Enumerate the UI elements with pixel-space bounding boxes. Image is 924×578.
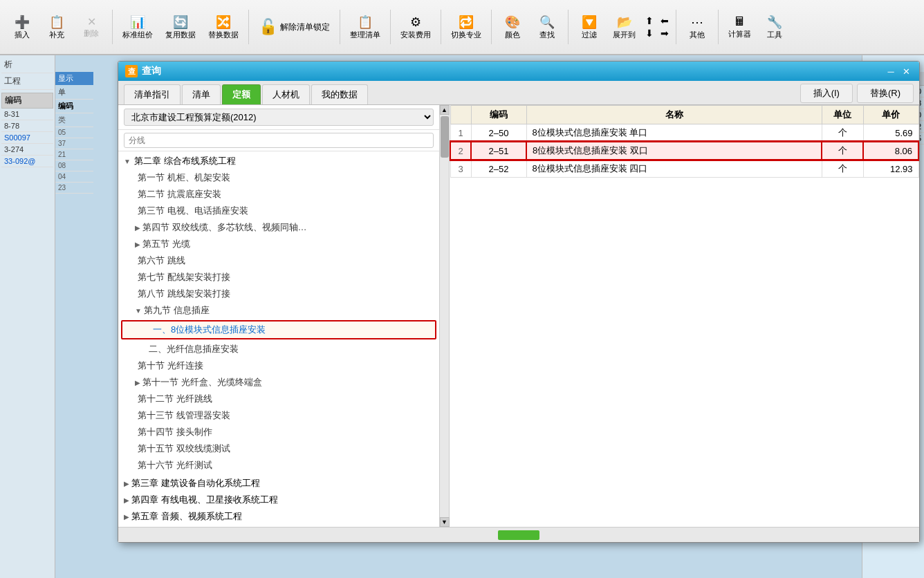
toolbar-btn-calculator[interactable]: 🖩 计算器 <box>723 12 757 42</box>
results-panel: 编码 名称 单位 单价 1 2–50 <box>450 105 919 527</box>
tree-item-s2[interactable]: 第二节 抗震底座安装 <box>118 186 439 203</box>
toolbar-btn-tools[interactable]: 🔧 工具 <box>758 12 791 43</box>
col-code: 编码 <box>471 106 526 124</box>
tree-item-s13[interactable]: 第十三节 线管理器安装 <box>118 407 439 424</box>
toolbar-btn-expand[interactable]: 📂 展开到 <box>607 12 641 43</box>
indicator-code-5: 08 <box>55 160 93 171</box>
tree-item-s1[interactable]: 第一节 机柜、机架安装 <box>118 169 439 186</box>
tab-list-guide[interactable]: 清单指引 <box>124 84 181 104</box>
reuse-icon: 🔄 <box>173 15 188 30</box>
filter-icon: 🔽 <box>582 15 597 30</box>
col-unit: 单位 <box>822 106 863 124</box>
dialog-close-btn[interactable]: ✕ <box>900 65 912 77</box>
tree-item-s16[interactable]: 第十六节 光纤测试 <box>118 457 439 474</box>
dialog-bottom-btn[interactable] <box>498 530 539 540</box>
row2-price: 8.06 <box>863 142 918 160</box>
quota-dropdown[interactable]: 北京市建设工程预算定额(2012) <box>124 109 434 126</box>
row2-unit: 个 <box>822 142 863 160</box>
toolbar-btn-unlock[interactable]: 🔓 解除清单锁定 <box>253 15 335 39</box>
tree-item-s10[interactable]: 第十节 光纤连接 <box>118 357 439 374</box>
btn-insert[interactable]: 插入(I) <box>800 84 853 103</box>
tree-item-s8[interactable]: 第八节 跳线架安装打接 <box>118 286 439 302</box>
tree-item-s7[interactable]: 第七节 配线架安装打接 <box>118 269 439 286</box>
result-row-1[interactable]: 1 2–50 8位模块式信息插座安装 单口 个 5.69 <box>450 124 918 142</box>
btn-replace[interactable]: 替换(R) <box>857 84 914 103</box>
tree-item-sub2[interactable]: 二、光纤信息插座安装 <box>118 341 439 357</box>
tree-item-s14[interactable]: 第十四节 接头制作 <box>118 424 439 440</box>
nav-up[interactable]: ⬆ <box>645 15 654 26</box>
tools-icon: 🔧 <box>767 15 782 30</box>
col-price: 单价 <box>863 106 918 124</box>
bg-header-code: 编码 <box>1 93 53 109</box>
tree-item-ch5[interactable]: ▶ 第五章 音频、视频系统工程 <box>118 508 439 525</box>
tree-item-s15[interactable]: 第十五节 双绞线缆测试 <box>118 440 439 457</box>
tree-item-s6[interactable]: 第六节 跳线 <box>118 252 439 269</box>
insert-icon: ➕ <box>15 15 30 30</box>
tree-item-s9[interactable]: ▼ 第九节 信息插座 <box>118 302 439 319</box>
dialog-bottom <box>118 527 919 542</box>
s7-label: 第七节 配线架安装打接 <box>138 272 230 282</box>
tree-item-s3[interactable]: 第三节 电视、电话插座安装 <box>118 203 439 219</box>
tree-item-ch4[interactable]: ▶ 第四章 有线电视、卫星接收系统工程 <box>118 492 439 508</box>
tree-item-s11[interactable]: ▶ 第十一节 光纤盒、光缆终端盒 <box>118 374 439 391</box>
ch3-label: 第三章 建筑设备自动化系统工程 <box>131 477 260 490</box>
nav-right[interactable]: ⬇ <box>645 28 654 39</box>
toolbar-btn-reuse[interactable]: 🔄 复用数据 <box>160 12 201 43</box>
toolbar-btn-filter[interactable]: 🔽 过滤 <box>573 12 606 43</box>
tab-list[interactable]: 清单 <box>182 84 221 104</box>
tree-item-ch3[interactable]: ▶ 第三章 建筑设备自动化系统工程 <box>118 475 439 492</box>
toolbar-btn-organize[interactable]: 📋 整理清单 <box>344 12 386 43</box>
toolbar-btn-switch[interactable]: 🔁 切换专业 <box>445 12 487 43</box>
nav-down[interactable]: ➡ <box>660 28 669 39</box>
tab-materials[interactable]: 人材机 <box>262 84 310 104</box>
toolbar-btn-insert[interactable]: ➕ 插入 <box>6 12 39 43</box>
tree-content: ▼ 第二章 综合布线系统工程 第一节 机柜、机架安装 第二节 抗震底座安装 <box>118 151 439 527</box>
result-row-3[interactable]: 3 2–52 8位模块式信息插座安装 四口 个 12.93 <box>450 160 918 178</box>
dialog-minimize-btn[interactable]: ─ <box>885 65 897 77</box>
s4-label: 第四节 双绞线缆、多芯软线、视频同轴… <box>142 221 307 234</box>
tree-item-s12[interactable]: 第十二节 光纤跳线 <box>118 391 439 407</box>
toolbar-btn-color[interactable]: 🎨 颜色 <box>496 12 529 43</box>
indicator-unit: 单 <box>55 86 93 100</box>
toolbar-btn-replace[interactable]: 🔀 替换数据 <box>203 12 244 43</box>
left-tab-engineer[interactable]: 工程 <box>1 73 53 90</box>
left-tab-analyze[interactable]: 析 <box>1 57 53 73</box>
toolbar-sep-6 <box>491 10 492 44</box>
s8-label: 第八节 跳线架安装打接 <box>138 288 230 299</box>
toolbar-sep-1 <box>112 10 113 44</box>
tree-scrollbar[interactable]: ▲ ▼ <box>440 105 450 527</box>
s6-label: 第六节 跳线 <box>138 255 185 265</box>
toolbar-btn-other[interactable]: ⋯ 其他 <box>681 12 714 43</box>
tab-quota[interactable]: 定额 <box>222 84 261 104</box>
dialog-titlebar: 查 查询 ─ ✕ <box>118 62 919 81</box>
nav-left[interactable]: ⬅ <box>660 15 669 26</box>
s5-label: 第五节 光缆 <box>142 238 190 250</box>
scroll-thumb[interactable] <box>441 116 449 158</box>
tree-item-s5[interactable]: ▶ 第五节 光缆 <box>118 236 439 252</box>
s10-label: 第十节 光纤连接 <box>138 360 203 371</box>
indicator-show[interactable]: 显示 <box>55 72 93 85</box>
tree-item-sub1[interactable]: 一、8位模块式信息插座安装 <box>121 320 436 339</box>
toolbar-btn-delete[interactable]: ✕ 删除 <box>75 12 108 41</box>
sub2-label: 二、光纤信息插座安装 <box>149 344 239 354</box>
toolbar-btn-find[interactable]: 🔍 查找 <box>530 12 564 43</box>
toolbar-sep-5 <box>441 10 441 44</box>
tree-item-ch2[interactable]: ▼ 第二章 综合布线系统工程 <box>118 153 439 169</box>
search-input[interactable] <box>124 133 434 148</box>
toolbar-btn-install[interactable]: ⚙ 安装费用 <box>395 12 436 43</box>
sub1-label: 一、8位模块式信息插座安装 <box>153 324 266 335</box>
toolbar-sep-7 <box>568 10 569 44</box>
row1-code: 2–50 <box>471 124 526 142</box>
toolbar-btn-standard[interactable]: 📊 标准组价 <box>117 12 158 43</box>
s12-label: 第十二节 光纤跳线 <box>138 393 212 404</box>
row3-name: 8位模块式信息插座安装 四口 <box>526 160 822 178</box>
tree-item-s4[interactable]: ▶ 第四节 双绞线缆、多芯软线、视频同轴… <box>118 219 439 236</box>
dialog-title-icon: 查 <box>125 65 138 77</box>
result-row-2[interactable]: 2 2–51 8位模块式信息插座安装 双口 个 8.06 <box>450 142 918 160</box>
row3-unit: 个 <box>822 160 863 178</box>
scroll-down[interactable]: ▼ <box>440 517 450 527</box>
toolbar-btn-supplement[interactable]: 📋 补充 <box>40 12 73 43</box>
main-center: 综合合价 150 0.8 0 2 2.5 显示 单 编码 类 05 37 21 … <box>55 55 924 578</box>
tab-my-data[interactable]: 我的数据 <box>311 84 368 104</box>
scroll-up[interactable]: ▲ <box>440 105 450 115</box>
